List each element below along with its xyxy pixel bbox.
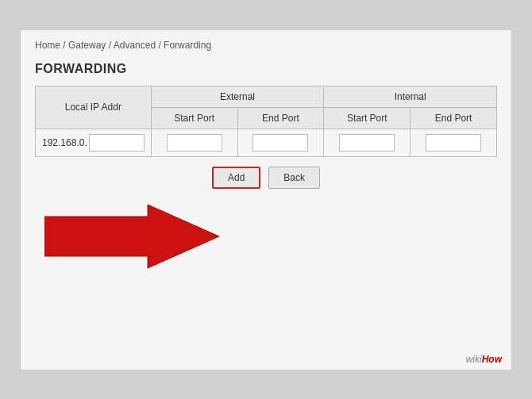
external-end-port-cell xyxy=(237,129,324,156)
breadcrumb: Home / Gateway / Advanced / Forwarding xyxy=(35,40,497,51)
local-ip-header: Local IP Addr xyxy=(36,86,152,129)
button-row: Add Back xyxy=(35,167,497,189)
forwarding-card: Home / Gateway / Advanced / Forwarding F… xyxy=(20,29,512,370)
section-title: FORWARDING xyxy=(35,62,497,76)
table-row: 192.168.0. xyxy=(36,129,497,156)
internal-header: Internal xyxy=(324,86,497,107)
external-start-port-cell xyxy=(151,129,237,156)
red-arrow-icon xyxy=(44,197,219,276)
ip-cell: 192.168.0. xyxy=(36,129,152,156)
external-header: External xyxy=(151,86,324,107)
wikihow-badge: wikiHow xyxy=(466,354,502,365)
internal-start-port-input[interactable] xyxy=(339,134,395,152)
internal-end-port-header: End Port xyxy=(411,107,497,129)
external-start-port-input[interactable] xyxy=(167,134,222,152)
add-button[interactable]: Add xyxy=(212,167,260,189)
wikihow-how: How xyxy=(482,354,502,365)
external-start-port-header: Start Port xyxy=(151,107,237,129)
internal-start-port-cell xyxy=(324,129,411,156)
ip-last-octet-input[interactable] xyxy=(89,134,145,152)
internal-end-port-input[interactable] xyxy=(426,134,481,152)
arrow-indicator xyxy=(44,197,219,278)
back-button[interactable]: Back xyxy=(268,167,320,189)
internal-end-port-cell xyxy=(411,129,497,156)
forwarding-table: Local IP Addr External Internal Start Po… xyxy=(35,86,497,157)
external-end-port-input[interactable] xyxy=(253,134,308,152)
svg-marker-0 xyxy=(44,205,219,268)
ip-prefix: 192.168.0. xyxy=(42,137,87,148)
external-end-port-header: End Port xyxy=(237,107,324,129)
internal-start-port-header: Start Port xyxy=(324,107,411,129)
